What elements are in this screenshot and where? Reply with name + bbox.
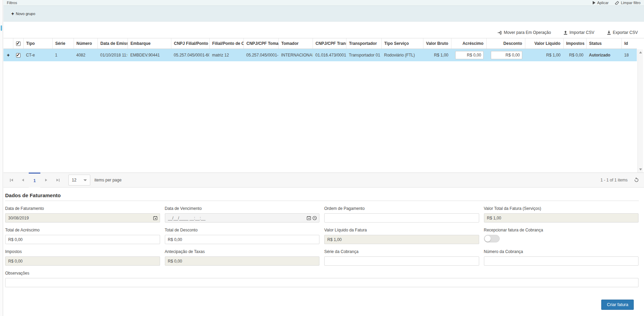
grid-toolbar: Mover para Em Operação Importar CSV Expo… <box>3 22 644 38</box>
observacoes-field[interactable] <box>5 278 639 287</box>
pager-prev-button[interactable] <box>17 173 29 188</box>
grid-pager: 1 12 items per page 1 - 1 of 1 items <box>3 173 644 188</box>
total-acrescimo-label: Total de Acréscimo <box>5 228 160 232</box>
apply-filter-label: Aplicar <box>597 1 609 5</box>
export-csv-button[interactable]: Exportar CSV <box>605 30 640 35</box>
column-tipo-servico[interactable]: Tipo Serviço <box>381 38 423 49</box>
total-acrescimo-field[interactable] <box>5 235 160 244</box>
eraser-icon <box>615 1 619 5</box>
column-impostos[interactable]: Impostos <box>563 38 586 49</box>
filters-title: Filtros <box>7 1 17 5</box>
total-desconto-label: Total de Desconto <box>165 228 320 232</box>
cell-cnpj-tomador: 05.257.045/0001-60 <box>244 49 278 62</box>
cell-tipo: CT-e <box>23 49 52 62</box>
calendar-icon[interactable] <box>153 216 158 220</box>
acrescimo-input[interactable] <box>455 51 484 59</box>
clock-icon[interactable] <box>312 216 317 220</box>
column-cnpj-transp[interactable]: CNPJ/CPF Transp... <box>313 38 346 49</box>
valor-total-label: Valor Total da Fatura (Serviços) <box>484 206 639 211</box>
grid-vertical-scrollbar[interactable] <box>638 49 643 173</box>
cell-cnpj-filial: 05.257.045/0001-60 <box>171 49 209 62</box>
calendar-icon[interactable] <box>306 216 311 220</box>
status-badge: Autorizado <box>586 49 621 62</box>
serie-cobranca-field[interactable] <box>324 256 479 266</box>
recepcionar-toggle[interactable] <box>484 235 500 242</box>
row-checkbox[interactable] <box>16 53 21 58</box>
splitter-rail[interactable] <box>0 0 3 316</box>
plus-icon: + <box>11 11 14 16</box>
pager-summary: 1 - 1 of 1 items <box>601 178 628 182</box>
move-icon <box>497 30 502 35</box>
expand-column-header <box>3 38 13 49</box>
scroll-down-icon[interactable] <box>639 168 642 170</box>
select-all-header <box>13 38 23 49</box>
splitter-handle-icon[interactable] <box>1 25 2 31</box>
select-all-checkbox[interactable] <box>16 41 21 46</box>
table-row[interactable]: + CT-e 1 4082 01/10/2018 11:07 EMBDEV.90… <box>3 49 637 62</box>
refresh-icon <box>634 177 639 183</box>
pager-next-button[interactable] <box>40 173 52 188</box>
cell-numero: 4082 <box>74 49 97 62</box>
apply-filter-button[interactable]: Aplicar <box>593 1 609 5</box>
valor-total-field <box>484 213 639 223</box>
column-desconto[interactable]: Desconto <box>486 38 525 49</box>
scroll-up-icon[interactable] <box>639 51 642 53</box>
cell-filial: matriz 12 <box>209 49 244 62</box>
first-page-icon <box>11 179 13 181</box>
cell-valor-bruto: R$ 1,00 <box>423 49 451 62</box>
criar-fatura-button[interactable]: Criar fatura <box>601 300 634 310</box>
column-acrescimo[interactable]: Acréscimo <box>451 38 486 49</box>
column-id[interactable]: Id <box>621 38 637 49</box>
impostos-label: Impostos <box>5 249 160 254</box>
clear-filter-button[interactable]: Limpar filtro <box>615 1 641 5</box>
prev-page-icon <box>22 179 24 181</box>
move-to-operation-button[interactable]: Mover para Em Operação <box>495 30 553 35</box>
column-cnpj-tomador[interactable]: CNPJ/CPF Tomador <box>244 38 278 49</box>
column-status[interactable]: Status <box>586 38 621 49</box>
column-transportador[interactable]: Transportador <box>346 38 381 49</box>
upload-icon <box>563 30 568 35</box>
cell-transportador: Transportador 01 <box>346 49 381 62</box>
antecipacao-taxas-field <box>165 256 320 266</box>
column-valor-bruto[interactable]: Valor Bruto <box>423 38 451 49</box>
pager-first-button[interactable] <box>5 173 17 188</box>
column-cnpj-filial[interactable]: CNPJ Filial/Ponto de ... <box>171 38 209 49</box>
numero-cobranca-field[interactable] <box>484 256 639 266</box>
column-embarque[interactable]: Embarque <box>128 38 171 49</box>
new-group-label: Novo grupo <box>16 12 35 16</box>
last-page-icon <box>56 179 58 181</box>
ordem-pagamento-field[interactable] <box>324 213 479 223</box>
desconto-input[interactable] <box>491 51 522 59</box>
items-per-page-label: items per page <box>94 178 121 182</box>
page-size-select[interactable]: 12 <box>68 175 90 186</box>
column-numero[interactable]: Número <box>74 38 97 49</box>
refresh-button[interactable] <box>634 177 639 183</box>
ordem-pagamento-label: Ordem de Pagamento <box>324 206 479 211</box>
column-serie[interactable]: Série <box>52 38 74 49</box>
data-vencimento-label: Data de Vencimento <box>165 206 320 211</box>
observacoes-label: Observações <box>5 271 639 276</box>
cell-data-emissao: 01/10/2018 11:07 <box>97 49 128 62</box>
data-vencimento-field[interactable] <box>165 213 320 223</box>
cte-grid: Tipo Série Número Data de Emiss... Embar… <box>3 38 644 173</box>
column-data-emissao[interactable]: Data de Emiss... <box>97 38 128 49</box>
total-desconto-field[interactable] <box>165 235 320 244</box>
import-csv-button[interactable]: Importar CSV <box>561 30 596 35</box>
cell-cnpj-transp: 01.016.473/0001-40 <box>313 49 346 62</box>
pager-page-1[interactable]: 1 <box>29 173 40 188</box>
column-tomador[interactable]: Tomador <box>278 38 313 49</box>
column-valor-liquido[interactable]: Valor Líquido <box>525 38 563 49</box>
grid-empty-area <box>3 61 637 173</box>
move-to-operation-label: Mover para Em Operação <box>504 30 551 35</box>
column-tipo[interactable]: Tipo <box>23 38 52 49</box>
expand-row-icon[interactable]: + <box>7 52 10 58</box>
recepcionar-label: Recepcionar fatura de Cobrança <box>484 228 639 232</box>
filters-panel: + Novo grupo <box>3 6 644 22</box>
pager-last-button[interactable] <box>52 173 64 188</box>
filters-header: Filtros Aplicar Limpar filtro <box>3 0 644 6</box>
next-page-icon <box>45 179 47 181</box>
column-filial[interactable]: Filial/Ponto de O... <box>209 38 244 49</box>
antecipacao-taxas-label: Antecipação de Taxas <box>165 249 320 254</box>
new-group-button[interactable]: + Novo grupo <box>9 11 37 16</box>
clear-filter-label: Limpar filtro <box>621 1 641 5</box>
